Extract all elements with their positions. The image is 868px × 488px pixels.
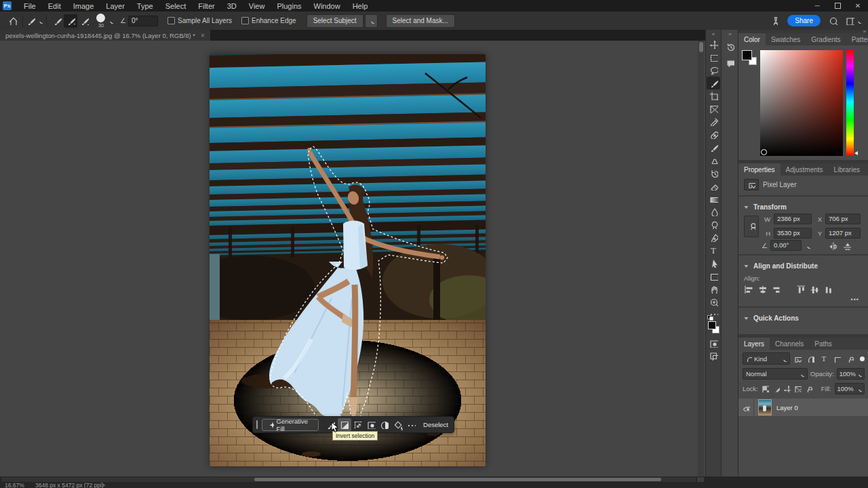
align-left-icon[interactable] — [744, 285, 753, 293]
blend-mode-dropdown[interactable]: Normal — [743, 368, 808, 380]
zoom-level-field[interactable]: 16.67% — [5, 482, 24, 488]
lock-pixels-icon[interactable] — [772, 385, 780, 392]
brush-angle-field[interactable]: 0° — [128, 16, 158, 26]
menu-edit[interactable]: Edit — [42, 2, 67, 10]
align-more-options[interactable]: ••• — [738, 295, 868, 303]
tab-color[interactable]: Color — [738, 33, 766, 45]
hue-slider[interactable] — [846, 50, 854, 156]
home-button[interactable] — [5, 14, 19, 28]
layer-filter-kind-dropdown[interactable]: Kind — [743, 352, 790, 365]
tool-eraser[interactable] — [707, 180, 720, 192]
tool-move[interactable] — [707, 38, 720, 51]
version-history-icon[interactable] — [722, 38, 738, 54]
tool-spot-healing-brush[interactable] — [707, 128, 720, 141]
lock-transparency-icon[interactable] — [762, 385, 769, 392]
tool-gradient[interactable] — [707, 192, 720, 205]
tool-selection-brush[interactable] — [707, 77, 720, 89]
tool-frame[interactable] — [707, 102, 720, 115]
tab-layers[interactable]: Layers — [738, 338, 770, 350]
panels-collapse-button[interactable]: « — [722, 30, 738, 38]
lock-all-icon[interactable] — [805, 385, 812, 392]
taskbar-drag-handle[interactable] — [256, 420, 258, 429]
create-mask-button[interactable] — [364, 418, 378, 431]
tool-crop[interactable] — [707, 89, 720, 102]
fill-dropdown[interactable]: 100% — [835, 383, 865, 394]
height-field[interactable]: 3530 px — [774, 228, 812, 239]
select-and-mask-button[interactable]: Select and Mask... — [386, 14, 455, 28]
menu-view[interactable]: View — [243, 2, 271, 10]
tool-path-selection[interactable] — [707, 257, 720, 270]
align-bottom-icon[interactable] — [823, 285, 832, 293]
filter-shape-layers-icon[interactable] — [832, 353, 842, 364]
subtract-from-selection-mode-button[interactable] — [77, 14, 91, 28]
menu-type[interactable]: Type — [131, 2, 159, 10]
transform-section-header[interactable]: ▼ Transform — [738, 200, 868, 214]
align-section-header[interactable]: ▼ Align and Distribute — [738, 259, 868, 272]
enhance-edge-checkbox[interactable]: Enhance Edge — [241, 17, 296, 24]
layer-name[interactable]: Layer 0 — [776, 404, 798, 411]
tab-properties[interactable]: Properties — [738, 163, 781, 176]
filter-adjustment-layers-icon[interactable] — [806, 353, 816, 364]
align-middle-vertical-icon[interactable] — [810, 285, 818, 293]
dock-expand-button[interactable]: » — [863, 28, 866, 35]
quick-mask-mode-button[interactable] — [707, 337, 720, 350]
tab-channels[interactable]: Channels — [770, 338, 809, 350]
filter-type-layers-icon[interactable]: T — [818, 353, 829, 364]
sample-all-layers-checkbox[interactable]: Sample All Layers — [167, 17, 232, 24]
quick-actions-section-header[interactable]: ▼ Quick Actions — [738, 311, 868, 325]
filter-pixel-layers-icon[interactable] — [793, 353, 803, 364]
tab-adjustments[interactable]: Adjustments — [781, 163, 829, 176]
tool-brush[interactable] — [707, 141, 720, 154]
canvas-area[interactable]: Generative Fill Deselect Invert selectio… — [0, 41, 705, 476]
layer-visibility-toggle[interactable] — [738, 399, 754, 416]
foreground-color-swatch[interactable] — [708, 321, 716, 329]
menu-select[interactable]: Select — [159, 2, 193, 10]
filter-smart-objects-icon[interactable] — [845, 353, 855, 364]
lock-position-icon[interactable] — [783, 385, 791, 392]
align-center-horizontal-icon[interactable] — [757, 285, 766, 293]
layer-row[interactable]: Layer 0 — [738, 399, 868, 416]
x-field[interactable]: 706 px — [825, 214, 861, 224]
create-adjustment-button[interactable] — [378, 418, 391, 431]
share-button[interactable]: Share — [787, 15, 821, 26]
generative-fill-button[interactable]: Generative Fill — [262, 419, 319, 431]
default-colors-icon[interactable] — [707, 315, 713, 320]
horizontal-scrollbar-thumb[interactable] — [254, 478, 661, 481]
saturation-brightness-field[interactable] — [760, 50, 843, 156]
photoshop-logo[interactable]: Ps — [3, 1, 12, 10]
document-image[interactable] — [210, 54, 486, 466]
hue-slider-marker[interactable] — [854, 151, 858, 155]
align-right-icon[interactable] — [771, 285, 780, 293]
workspace-switcher[interactable] — [846, 16, 861, 25]
panel-color-swatches[interactable] — [742, 50, 757, 65]
deselect-button[interactable]: Deselect — [418, 421, 454, 428]
tool-blur[interactable] — [707, 205, 720, 218]
width-field[interactable]: 2386 px — [774, 214, 812, 224]
vertical-scrollbar[interactable] — [698, 41, 704, 476]
maximize-button[interactable] — [827, 0, 848, 12]
close-button[interactable]: ✕ — [848, 0, 868, 12]
link-dimensions-icon[interactable] — [744, 216, 759, 237]
y-field[interactable]: 1207 px — [825, 228, 861, 239]
align-top-icon[interactable] — [796, 285, 805, 293]
flip-horizontal-icon[interactable] — [828, 241, 837, 250]
fill-selection-button[interactable] — [391, 418, 405, 431]
layer-thumbnail[interactable] — [758, 399, 772, 415]
screen-mode-button[interactable] — [707, 350, 720, 363]
menu-file[interactable]: File — [18, 2, 42, 10]
tool-hand[interactable] — [707, 283, 720, 296]
menu-3d[interactable]: 3D — [221, 2, 243, 10]
vertical-scrollbar-thumb[interactable] — [699, 42, 703, 52]
chevron-down-icon[interactable] — [804, 243, 810, 249]
tab-gradients[interactable]: Gradients — [806, 33, 846, 45]
tab-patterns[interactable]: Patterns — [846, 33, 868, 45]
select-subject-button[interactable]: Select Subject — [307, 14, 363, 28]
rotation-angle-field[interactable]: 0.00° — [770, 240, 802, 251]
tab-close-icon[interactable]: × — [201, 32, 205, 39]
brush-size-picker[interactable]: 30 — [95, 13, 107, 29]
tab-libraries[interactable]: Libraries — [829, 163, 865, 176]
layer-filtering-toggle[interactable] — [860, 357, 865, 361]
tool-lasso[interactable] — [707, 64, 720, 77]
chevron-down-icon[interactable] — [107, 18, 113, 24]
new-selection-mode-button[interactable] — [50, 14, 64, 28]
